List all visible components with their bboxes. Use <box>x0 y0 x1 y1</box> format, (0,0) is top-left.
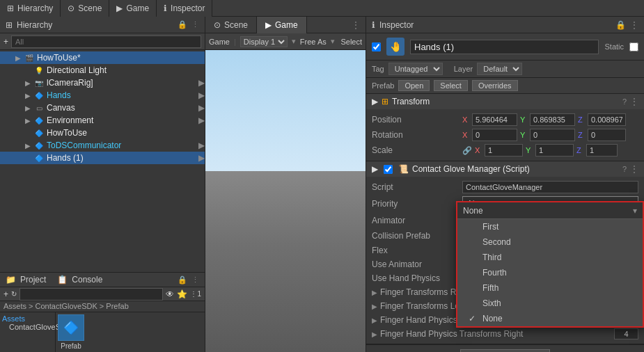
scene-menu-icon[interactable]: ⋮ <box>346 20 366 30</box>
priority-dropdown-current: None <box>463 206 483 216</box>
scene-tab-btn[interactable]: ⊙ Scene <box>205 17 257 33</box>
overrides-button[interactable]: Overrides <box>472 80 518 91</box>
script-field[interactable] <box>462 181 638 193</box>
tree-item-env[interactable]: ▶ 🔷 Environment ▶ <box>0 114 205 127</box>
pos-z-input[interactable] <box>588 113 626 126</box>
inspector-menu-icon[interactable]: ⋮ <box>630 20 638 30</box>
sdk-tree-item[interactable]: ContactGloveSDK <box>2 323 53 331</box>
light-icon-dirlight: 💡 <box>33 65 45 76</box>
tree-label-howtouse2: HowToUse <box>47 128 87 138</box>
rot-z-field: Z <box>578 129 626 141</box>
breadcrumb-text: Assets > ContactGloveSDK > Prefab <box>3 302 129 310</box>
scene-icon-howtouse: 🎬 <box>24 52 35 63</box>
rot-x-input[interactable] <box>472 129 517 141</box>
pos-x-input[interactable] <box>472 113 517 126</box>
tree-item-dirlight[interactable]: 💡 Directional Light <box>0 64 205 77</box>
eye-icon[interactable]: 👁 <box>166 289 174 299</box>
display-select[interactable]: Display 1 <box>240 36 288 47</box>
project-lock-icon[interactable]: 🔒 <box>178 275 187 285</box>
priority-option-first[interactable]: First <box>457 219 643 234</box>
hand-physics-right-section[interactable]: ▶ Finger Hand Physics Transforms Right <box>366 327 644 341</box>
inspector-lock-icon[interactable]: 🔒 <box>615 20 626 30</box>
scale-y-input[interactable] <box>535 144 574 157</box>
expand-arrow-todscommunicator: ▶ <box>198 141 205 150</box>
tag-select[interactable]: Untagged <box>388 63 443 75</box>
contact-glove-help-icon[interactable]: ? <box>622 165 627 173</box>
hierarchy-lock-icon[interactable]: 🔒 <box>178 20 187 29</box>
game-tab-btn[interactable]: ▶ Game <box>257 17 307 33</box>
sort-icon[interactable]: ⋮1 <box>190 290 201 298</box>
contact-glove-enabled-checkbox[interactable] <box>384 165 393 174</box>
project-panel: 📁 Project 📋 Console 🔒 ⋮ + ↻ 👁 ⭐ ⋮1 Asse <box>0 272 205 352</box>
priority-dropdown-input-row: None ▾ <box>457 202 643 219</box>
game-tab[interactable]: ▶ Game <box>109 0 157 17</box>
prefab-asset-item[interactable]: 🔷 Prefab <box>58 314 84 350</box>
tree-item-hands1[interactable]: 🔷 Hands (1) ▶ <box>0 152 205 164</box>
transform-icon: ⊞ <box>382 97 388 106</box>
priority-option-fifth[interactable]: Fifth <box>457 280 643 296</box>
project-search[interactable] <box>19 288 163 301</box>
transform-help-icon[interactable]: ? <box>622 97 627 106</box>
select-dropdown-label[interactable]: Select <box>340 38 362 46</box>
inspector-tab[interactable]: ℹ Inspector <box>157 0 212 17</box>
priority-option-none[interactable]: ✓ None <box>457 311 643 326</box>
transform-header[interactable]: ▶ ⊞ Transform ? ⋮ <box>366 94 644 109</box>
add-component-button[interactable]: Add Component <box>460 349 550 352</box>
tree-item-canvas[interactable]: ▶ ▭ Canvas ▶ <box>0 102 205 114</box>
rot-x-axis-label: X <box>462 131 471 139</box>
inspector-header: ℹ Inspector 🔒 ⋮ <box>366 17 644 33</box>
expand-arrow-env: ▶ <box>198 115 205 125</box>
tree-item-hands[interactable]: ▶ 🔷 Hands ▶ <box>0 89 205 102</box>
tree-item-todscommunicator[interactable]: ▶ 🔷 ToDSCommunicator ▶ <box>0 139 205 152</box>
tree-item-howtouse[interactable]: ▶ 🎬 HowToUse* <box>0 51 205 64</box>
transform-menu-icon[interactable]: ⋮ <box>630 97 638 106</box>
scale-x-input[interactable] <box>485 144 523 157</box>
refresh-icon[interactable]: ↻ <box>11 290 17 298</box>
scale-z-input[interactable] <box>586 144 618 157</box>
hierarchy-header-label: Hierarchy <box>17 20 52 30</box>
priority-option-sixth[interactable]: Sixth <box>457 296 643 311</box>
priority-option-third[interactable]: Third <box>457 250 643 265</box>
hierarchy-search[interactable] <box>11 35 201 48</box>
hierarchy-tab[interactable]: ⊞ Hierarchy <box>0 0 61 17</box>
priority-option-second[interactable]: Second <box>457 234 643 250</box>
top-bar: ⊞ Hierarchy ⊙ Scene ▶ Game ℹ Inspector <box>0 0 644 17</box>
add-component-bar: Add Component <box>366 344 644 352</box>
hand-physics-right-arrow: ▶ <box>372 330 380 338</box>
scale-row: Scale 🔗 X Y <box>366 143 644 158</box>
priority-option-fourth[interactable]: Fourth <box>457 265 643 280</box>
select-button[interactable]: Select <box>434 80 468 91</box>
add-project-icon[interactable]: + <box>3 289 8 299</box>
add-item-icon[interactable]: + <box>3 37 8 47</box>
project-menu-icon[interactable]: ⋮ <box>191 275 199 285</box>
tree-label-env: Environment <box>47 115 93 125</box>
pos-y-input[interactable] <box>530 113 575 126</box>
hierarchy-menu-icon[interactable]: ⋮ <box>191 20 199 29</box>
expand-arrow-canvas: ▶ <box>198 103 205 113</box>
scene-tab[interactable]: ⊙ Scene <box>61 0 109 17</box>
rot-z-input[interactable] <box>588 129 626 141</box>
hierarchy-tree: ▶ 🎬 HowToUse* 💡 Directional Light ▶ 📷 lC… <box>0 50 205 272</box>
hand-physics-right-label: Finger Hand Physics Transforms Right <box>380 329 614 339</box>
tree-label-hands: Hands <box>47 90 71 100</box>
object-name-field[interactable] <box>410 40 599 54</box>
rot-y-input[interactable] <box>530 129 575 141</box>
hand-physics-right-count[interactable] <box>614 328 638 339</box>
cube-icon-hands: 🔷 <box>33 90 45 101</box>
active-checkbox[interactable] <box>372 42 381 51</box>
contact-glove-header[interactable]: ▶ 📜 Contact Glove Manager (Script) ? ⋮ <box>366 161 644 177</box>
star-icon[interactable]: ⭐ <box>177 289 187 299</box>
open-button[interactable]: Open <box>398 80 430 91</box>
hierarchy-header: ⊞ Hierarchy 🔒 ⋮ <box>0 17 205 33</box>
object-icon: 🤚 <box>386 38 405 56</box>
project-sidebar: Assets ContactGloveSDK <box>0 312 56 352</box>
project-header: 📁 Project 📋 Console 🔒 ⋮ <box>0 273 205 287</box>
tree-item-camerarig[interactable]: ▶ 📷 lCameraRig] ▶ <box>0 77 205 89</box>
game-tab-label: Game <box>126 3 149 13</box>
assets-tree-item[interactable]: Assets <box>2 314 53 323</box>
layer-select[interactable]: Default <box>477 63 522 75</box>
tree-item-howtouse2[interactable]: 🔷 HowToUse <box>0 127 205 139</box>
contact-glove-menu-icon[interactable]: ⋮ <box>630 164 638 174</box>
camera-icon-camerarig: 📷 <box>33 77 45 88</box>
static-checkbox[interactable] <box>629 42 638 51</box>
